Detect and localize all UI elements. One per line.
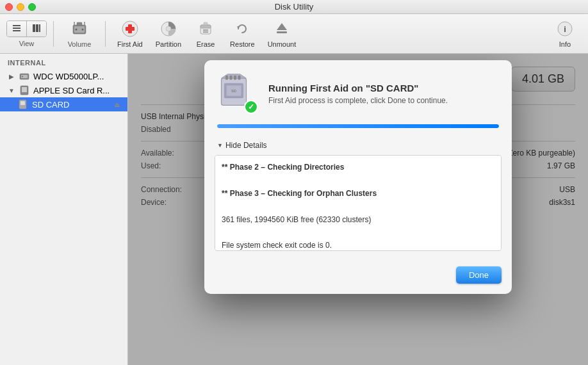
- svg-rect-3: [33, 24, 35, 32]
- apple-sd-disk-icon: [19, 85, 29, 95]
- unmount-icon: [273, 20, 291, 38]
- details-content[interactable]: ** Phase 2 – Checking Directories ** Pha…: [215, 155, 502, 251]
- svg-point-17: [166, 26, 171, 31]
- svg-rect-32: [22, 87, 27, 92]
- svg-rect-22: [204, 22, 208, 25]
- close-button[interactable]: [5, 3, 13, 11]
- partition-button[interactable]: Partition: [151, 17, 186, 51]
- apple-sd-arrow-icon: ▼: [8, 86, 15, 94]
- svg-rect-2: [13, 30, 20, 31]
- sd-card-icon: SD: [217, 73, 250, 106]
- svg-rect-15: [126, 27, 135, 31]
- info-button[interactable]: i Info: [548, 17, 582, 51]
- erase-button[interactable]: Erase: [189, 17, 222, 51]
- details-line: File system check exit code is 0.: [222, 239, 494, 251]
- partition-icon: [159, 20, 177, 38]
- details-line: [222, 200, 494, 213]
- details-line: [222, 226, 494, 239]
- titlebar: Disk Utility: [0, 0, 588, 14]
- modal-overlay: SD ✓ Running First Aid on "SD CARD" Firs…: [128, 54, 588, 365]
- details-toggle[interactable]: ▼ Hide Details: [204, 138, 512, 155]
- info-icon: i: [556, 20, 574, 38]
- view-list-button[interactable]: [7, 21, 26, 36]
- modal-icon-wrapper: SD ✓: [217, 73, 258, 114]
- partition-label: Partition: [156, 40, 181, 48]
- progress-bar-fill: [217, 124, 499, 128]
- unmount-label: Unmount: [268, 40, 297, 48]
- svg-rect-1: [13, 28, 20, 29]
- svg-rect-8: [77, 22, 82, 26]
- svg-rect-34: [20, 101, 25, 105]
- svg-rect-4: [36, 24, 38, 32]
- sidebar-item-apple-sd[interactable]: ▼ APPLE SD Card R...: [0, 83, 127, 97]
- info-label: Info: [559, 40, 571, 48]
- first-aid-modal: SD ✓ Running First Aid on "SD CARD" Firs…: [204, 60, 512, 294]
- first-aid-label: First Aid: [117, 40, 143, 48]
- svg-rect-37: [225, 76, 228, 80]
- svg-rect-5: [39, 24, 40, 32]
- toolbar-divider-1: [53, 21, 54, 47]
- view-column-button[interactable]: [26, 21, 46, 36]
- svg-text:i: i: [564, 24, 566, 34]
- erase-label: Erase: [197, 40, 215, 48]
- modal-footer: Done: [204, 261, 512, 294]
- sidebar-item-sd-card[interactable]: SD CARD ⏏: [0, 97, 127, 111]
- detail-pane: 4.01 GB USB Internal Physical Volume Dis…: [128, 54, 588, 365]
- modal-header: SD ✓ Running First Aid on "SD CARD" Firs…: [204, 60, 512, 124]
- modal-subtitle: First Aid process is complete, click Don…: [268, 96, 448, 105]
- minimize-button[interactable]: [17, 3, 24, 11]
- main-content: Internal ▶ WDC WD5000LP... ▼ A: [0, 54, 588, 365]
- details-line: ** Phase 3 – Checking for Orphan Cluster…: [222, 187, 494, 200]
- restore-icon: [233, 20, 251, 38]
- svg-text:SD: SD: [231, 89, 236, 93]
- first-aid-button[interactable]: First Aid: [112, 17, 148, 51]
- details-line: [222, 174, 494, 186]
- maximize-button[interactable]: [28, 3, 36, 11]
- toolbar: View Volume First Aid: [0, 14, 588, 54]
- sd-card-label: SD CARD: [32, 100, 70, 110]
- wdc-disk-icon: [19, 71, 29, 81]
- view-label: View: [19, 40, 35, 47]
- view-toggle[interactable]: [6, 20, 47, 37]
- sidebar: Internal ▶ WDC WD5000LP... ▼ A: [0, 54, 128, 365]
- details-line: ** Phase 2 – Checking Directories: [222, 161, 494, 174]
- svg-rect-38: [230, 76, 233, 80]
- volume-icon: [70, 20, 88, 38]
- svg-rect-39: [234, 76, 236, 80]
- svg-point-10: [82, 28, 84, 30]
- volume-label: Volume: [68, 40, 92, 48]
- modal-title: Running First Aid on "SD CARD": [268, 83, 448, 93]
- details-toggle-label: Hide Details: [225, 141, 267, 150]
- progress-bar-container: [217, 124, 499, 128]
- svg-point-30: [22, 76, 23, 77]
- svg-point-9: [76, 28, 78, 30]
- toolbar-divider-2: [105, 21, 106, 47]
- wdc-arrow-icon: ▶: [8, 72, 15, 80]
- unmount-button[interactable]: Unmount: [263, 17, 302, 51]
- restore-label: Restore: [230, 40, 255, 48]
- svg-marker-24: [277, 23, 287, 30]
- details-arrow-icon: ▼: [217, 142, 223, 149]
- restore-button[interactable]: Restore: [225, 17, 260, 51]
- erase-icon: [197, 20, 215, 38]
- view-section: View: [6, 20, 47, 47]
- window-title: Disk Utility: [275, 2, 314, 12]
- modal-text-block: Running First Aid on "SD CARD" First Aid…: [268, 83, 448, 105]
- apple-sd-label: APPLE SD Card R...: [33, 86, 110, 95]
- volume-section: Volume: [60, 20, 99, 48]
- svg-rect-19: [200, 25, 211, 28]
- done-button[interactable]: Done: [456, 266, 502, 284]
- traffic-lights: [5, 3, 36, 11]
- sidebar-section-internal: Internal: [0, 54, 127, 69]
- svg-rect-0: [13, 25, 20, 26]
- details-line: 361 files, 1994560 KiB free (62330 clust…: [222, 213, 494, 226]
- svg-rect-40: [238, 76, 241, 80]
- svg-rect-25: [277, 31, 287, 33]
- checkmark-badge: ✓: [244, 100, 258, 114]
- sidebar-item-wdc[interactable]: ▶ WDC WD5000LP...: [0, 69, 127, 83]
- wdc-label: WDC WD5000LP...: [33, 72, 104, 81]
- eject-icon[interactable]: ⏏: [114, 101, 120, 108]
- sd-card-disk-icon: [18, 99, 28, 110]
- first-aid-icon: [121, 20, 139, 38]
